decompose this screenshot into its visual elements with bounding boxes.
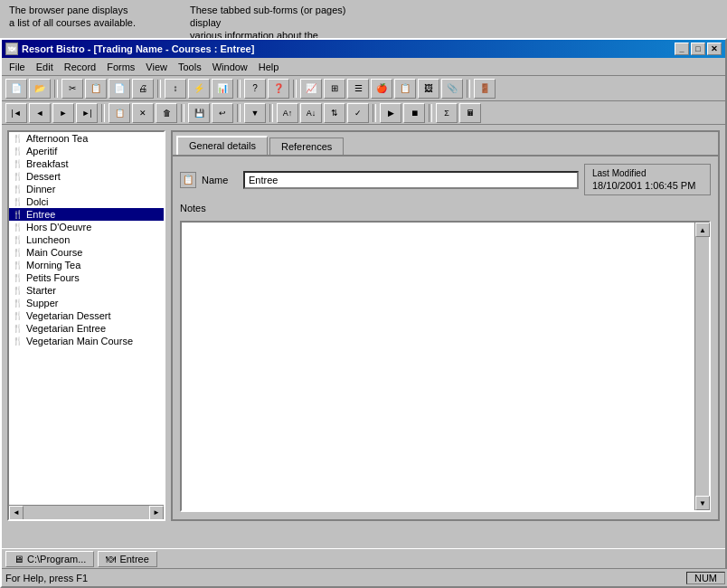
sort-button[interactable]: ↕ bbox=[165, 79, 186, 99]
list-item-label: Aperitif bbox=[26, 146, 57, 156]
nav-next-button[interactable]: ► bbox=[52, 103, 74, 123]
form-button[interactable]: 📋 bbox=[394, 79, 416, 99]
record-icon: 📋 bbox=[183, 175, 194, 185]
scroll-right-btn[interactable]: ► bbox=[149, 506, 164, 520]
sep4 bbox=[293, 80, 297, 98]
list-item[interactable]: 🍴Morning Tea bbox=[9, 259, 164, 271]
nav-first-button[interactable]: |◄ bbox=[5, 103, 27, 123]
filter2-button[interactable]: ▼ bbox=[244, 103, 266, 123]
list-item[interactable]: 🍴Supper bbox=[9, 297, 164, 309]
last-modified-label: Last Modified bbox=[592, 168, 703, 178]
paste-button[interactable]: 📄 bbox=[109, 79, 130, 99]
notes-scrollbar[interactable]: ▲ ▼ bbox=[694, 223, 709, 510]
list-item[interactable]: 🍴Entree bbox=[9, 208, 164, 221]
list-item-label: Vegetarian Entree bbox=[26, 323, 106, 334]
list-item[interactable]: 🍴Luncheon bbox=[9, 233, 164, 246]
sep2 bbox=[157, 80, 161, 98]
fork-icon: 🍴 bbox=[13, 197, 23, 206]
filter-button[interactable]: ⚡ bbox=[188, 79, 210, 99]
list-item-label: Supper bbox=[26, 298, 58, 308]
sep8 bbox=[237, 104, 241, 122]
context-help-button[interactable]: ❓ bbox=[268, 79, 289, 99]
list-item[interactable]: 🍴Dinner bbox=[9, 183, 164, 195]
sort-c-button[interactable]: ⇅ bbox=[324, 103, 345, 123]
maximize-button[interactable]: □ bbox=[691, 43, 705, 55]
fork-icon: 🍴 bbox=[13, 324, 23, 333]
taskbar-program-icon: 🖥 bbox=[14, 554, 24, 564]
fork-icon: 🍴 bbox=[13, 235, 23, 244]
attach-button[interactable]: 📎 bbox=[441, 79, 463, 99]
close-button[interactable]: ✕ bbox=[707, 43, 722, 55]
stop-button[interactable]: ⏹ bbox=[403, 103, 425, 123]
chart-button[interactable]: 📊 bbox=[212, 79, 233, 99]
name-input[interactable] bbox=[243, 171, 579, 189]
sum-button[interactable]: Σ bbox=[436, 103, 458, 123]
notes-label: Notes bbox=[180, 203, 711, 213]
menu-tools[interactable]: Tools bbox=[173, 60, 207, 74]
taskbar: 🖥 C:\Program... 🍽 Entree bbox=[2, 548, 725, 568]
copy-button[interactable]: 📋 bbox=[85, 79, 107, 99]
list-item[interactable]: 🍴Main Course bbox=[9, 246, 164, 259]
tab-general[interactable]: General details bbox=[176, 136, 268, 155]
fruit-button[interactable]: 🍎 bbox=[371, 79, 392, 99]
list-item[interactable]: 🍴Aperitif bbox=[9, 145, 164, 157]
cut-button[interactable]: ✂ bbox=[61, 79, 83, 99]
calc-button[interactable]: 🖩 bbox=[459, 103, 481, 123]
list-scroll[interactable]: 🍴Afternoon Tea🍴Aperitif🍴Breakfast🍴Desser… bbox=[9, 132, 164, 505]
list-button[interactable]: ☰ bbox=[347, 79, 369, 99]
list-item-label: Luncheon bbox=[26, 234, 70, 245]
nav-last-button[interactable]: ►| bbox=[76, 103, 98, 123]
detail-panel: General details References 📋 Name Last M… bbox=[171, 130, 720, 521]
record-icon-button[interactable]: 📋 bbox=[180, 172, 196, 188]
sep6 bbox=[101, 104, 105, 122]
report-button[interactable]: 📈 bbox=[300, 79, 322, 99]
status-bar: For Help, press F1 NUM bbox=[2, 568, 727, 586]
horizontal-scrollbar[interactable]: ◄ ► bbox=[9, 505, 164, 519]
undo-button[interactable]: ↩ bbox=[212, 103, 233, 123]
menu-file[interactable]: File bbox=[4, 60, 31, 74]
browser-pane[interactable]: 🍴Afternoon Tea🍴Aperitif🍴Breakfast🍴Desser… bbox=[7, 130, 165, 521]
scroll-down-btn[interactable]: ▼ bbox=[695, 496, 710, 510]
image-button[interactable]: 🖼 bbox=[418, 79, 439, 99]
fork-icon: 🍴 bbox=[13, 261, 23, 270]
tab-references[interactable]: References bbox=[269, 138, 344, 155]
sort-a-button[interactable]: A↑ bbox=[277, 103, 298, 123]
taskbar-item-program[interactable]: 🖥 C:\Program... bbox=[5, 551, 94, 567]
menu-view[interactable]: View bbox=[140, 60, 173, 74]
list-item[interactable]: 🍴Petits Fours bbox=[9, 271, 164, 284]
list-item[interactable]: 🍴Dessert bbox=[9, 170, 164, 183]
list-item[interactable]: 🍴Dolci bbox=[9, 195, 164, 208]
new-button[interactable]: 📄 bbox=[5, 79, 27, 99]
open-button[interactable]: 📂 bbox=[29, 79, 51, 99]
sort-d-button[interactable]: ✓ bbox=[347, 103, 369, 123]
sort-b-button[interactable]: A↓ bbox=[300, 103, 322, 123]
scroll-left-btn[interactable]: ◄ bbox=[9, 506, 24, 520]
save-button[interactable]: 💾 bbox=[188, 103, 210, 123]
list-item[interactable]: 🍴Vegetarian Dessert bbox=[9, 309, 164, 322]
delete-button[interactable]: ✕ bbox=[132, 103, 154, 123]
notes-textarea[interactable]: ▲ ▼ bbox=[180, 221, 711, 512]
exit-button[interactable]: 🚪 bbox=[474, 79, 496, 99]
menu-help[interactable]: Help bbox=[253, 60, 285, 74]
list-item[interactable]: 🍴Vegetarian Entree bbox=[9, 322, 164, 335]
table-button[interactable]: ⊞ bbox=[324, 79, 345, 99]
list-item[interactable]: 🍴Hors D'Oeuvre bbox=[9, 221, 164, 233]
print-button[interactable]: 🖨 bbox=[132, 79, 154, 99]
list-item[interactable]: 🍴Vegetarian Main Course bbox=[9, 335, 164, 347]
run-button[interactable]: ▶ bbox=[380, 103, 401, 123]
trash-button[interactable]: 🗑 bbox=[156, 103, 177, 123]
menu-window[interactable]: Window bbox=[207, 60, 253, 74]
fork-icon: 🍴 bbox=[13, 134, 23, 143]
list-item[interactable]: 🍴Breakfast bbox=[9, 157, 164, 170]
new-record-button[interactable]: 📋 bbox=[109, 103, 130, 123]
menu-forms[interactable]: Forms bbox=[101, 60, 140, 74]
nav-prev-button[interactable]: ◄ bbox=[29, 103, 51, 123]
list-item[interactable]: 🍴Afternoon Tea bbox=[9, 132, 164, 145]
scroll-up-btn[interactable]: ▲ bbox=[695, 223, 710, 237]
taskbar-item-entree[interactable]: 🍽 Entree bbox=[98, 551, 156, 567]
minimize-button[interactable]: _ bbox=[675, 43, 689, 55]
menu-edit[interactable]: Edit bbox=[31, 60, 59, 74]
list-item[interactable]: 🍴Starter bbox=[9, 284, 164, 297]
help-button[interactable]: ? bbox=[244, 79, 266, 99]
menu-record[interactable]: Record bbox=[59, 60, 101, 74]
